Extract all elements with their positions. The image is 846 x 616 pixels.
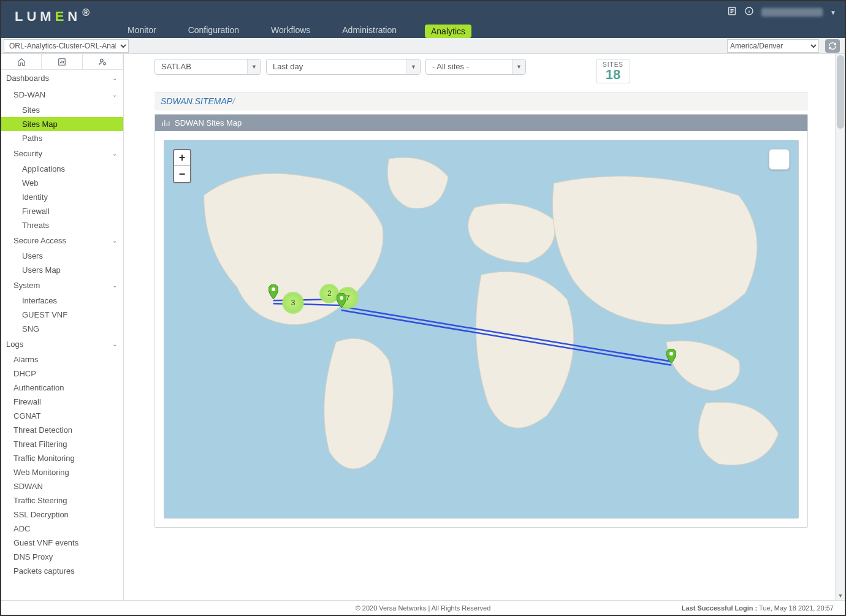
sidebar-item-label: System <box>13 281 40 290</box>
sidebar-tab-home[interactable] <box>1 54 42 69</box>
zoom-out-button[interactable]: − <box>174 166 190 182</box>
sidebar-item-adc[interactable]: ADC <box>1 522 123 536</box>
body: Dashboards ⌄ SD-WAN ⌄ Sites Sites Map Pa… <box>1 54 845 600</box>
user-menu-chevron[interactable]: ▼ <box>830 9 836 16</box>
sidebar-item-web[interactable]: Web <box>1 176 123 190</box>
sidebar-item-identity[interactable]: Identity <box>1 190 123 204</box>
map-pin-icon[interactable] <box>337 293 346 308</box>
logo-text-suffix: N <box>67 9 81 24</box>
chevron-down-icon: ⌄ <box>112 150 117 157</box>
world-map[interactable]: + − 327 <box>164 140 799 519</box>
sidebar-item-label: Security <box>13 149 42 158</box>
sidebar-item-dns-proxy[interactable]: DNS Proxy <box>1 550 123 564</box>
sidebar-sdwan[interactable]: SD-WAN ⌄ <box>1 86 123 103</box>
zoom-in-button[interactable]: + <box>174 150 190 166</box>
map-layers-button[interactable] <box>769 149 790 170</box>
scroll-thumb[interactable] <box>837 55 844 129</box>
info-icon[interactable] <box>744 6 754 18</box>
breadcrumb-root[interactable]: SDWAN <box>161 96 192 106</box>
sidebar-item-traffic-monitoring[interactable]: Traffic Monitoring <box>1 451 123 465</box>
sidebar-item-paths[interactable]: Paths <box>1 131 123 145</box>
main-content: SATLAB ▼ Last day ▼ - All sites - ▼ SITE… <box>124 54 845 600</box>
sidebar-item-users[interactable]: Users <box>1 249 123 263</box>
report-icon[interactable] <box>727 6 737 18</box>
sidebar-tab-user[interactable] <box>83 54 123 69</box>
filter-bar: SATLAB ▼ Last day ▼ - All sites - ▼ SITE… <box>124 54 833 86</box>
main-scrollbar[interactable]: ▲ ▼ <box>835 54 845 600</box>
refresh-button[interactable] <box>825 39 840 53</box>
sidebar-dashboards[interactable]: Dashboards ⌄ <box>1 70 123 86</box>
caret-down-icon[interactable]: ▼ <box>247 59 261 74</box>
sidebar-item-label: Dashboards <box>6 74 49 83</box>
sidebar-logs[interactable]: Logs ⌄ <box>1 336 123 352</box>
nav-analytics[interactable]: Analytics <box>425 25 471 38</box>
nav-configuration[interactable]: Configuration <box>185 22 243 38</box>
footer-copyright: © 2020 Versa Networks | All Rights Reser… <box>356 604 491 612</box>
chevron-down-icon: ⌄ <box>112 91 117 98</box>
last-login: Last Successful Login : Tue, May 18 2021… <box>682 604 834 612</box>
sidebar-item-applications[interactable]: Applications <box>1 162 123 176</box>
sidebar-item-cgnat[interactable]: CGNAT <box>1 409 123 423</box>
home-icon <box>17 58 26 66</box>
panel-title: SDWAN Sites Map <box>175 118 242 127</box>
breadcrumb-bar: SDWAN.SITEMAP/ <box>154 92 808 110</box>
timezone-select[interactable]: America/Denver <box>727 39 819 53</box>
sidebar-secure-access[interactable]: Secure Access ⌄ <box>1 232 123 249</box>
logo: LUMEN® <box>1 1 92 25</box>
time-range-select[interactable]: Last day ▼ <box>266 59 421 75</box>
sidebar: Dashboards ⌄ SD-WAN ⌄ Sites Sites Map Pa… <box>1 54 124 600</box>
last-login-label: Last Successful Login : <box>682 604 757 612</box>
scroll-down-arrow[interactable]: ▼ <box>836 591 845 600</box>
logo-trademark: ® <box>82 7 93 18</box>
site-filter-value: - All sites - <box>426 59 512 74</box>
nav-workflows[interactable]: Workflows <box>267 22 314 38</box>
sidebar-item-ssl-decryption[interactable]: SSL Decryption <box>1 508 123 522</box>
nav-monitor[interactable]: Monitor <box>124 22 160 38</box>
map-pin-icon[interactable] <box>269 284 278 299</box>
sidebar-item-sites-map[interactable]: Sites Map <box>1 117 123 131</box>
chevron-down-icon: ⌄ <box>112 341 117 348</box>
sidebar-item-guest-vnf-events[interactable]: Guest VNF events <box>1 536 123 550</box>
svg-point-10 <box>272 287 275 291</box>
svg-point-3 <box>101 59 104 62</box>
sidebar-security[interactable]: Security ⌄ <box>1 145 123 162</box>
sidebar-system[interactable]: System ⌄ <box>1 277 123 294</box>
time-range-value: Last day <box>267 59 406 74</box>
sidebar-item-authentication[interactable]: Authentication <box>1 381 123 395</box>
sidebar-item-log-sdwan[interactable]: SDWAN <box>1 479 123 493</box>
site-filter-select[interactable]: - All sites - ▼ <box>425 59 526 75</box>
breadcrumb-leaf[interactable]: SITEMAP <box>195 96 232 106</box>
bar-chart-icon <box>161 119 170 127</box>
tenant-select[interactable]: SATLAB ▼ <box>154 59 261 75</box>
sidebar-item-threat-filtering[interactable]: Threat Filtering <box>1 437 123 451</box>
sidebar-item-sites[interactable]: Sites <box>1 103 123 117</box>
sidebar-item-dhcp[interactable]: DHCP <box>1 367 123 381</box>
sidebar-item-packets-captures[interactable]: Packets captures <box>1 564 123 578</box>
logo-text-accent: E <box>55 9 68 24</box>
nav-administration[interactable]: Administration <box>338 22 400 38</box>
sidebar-item-log-firewall[interactable]: Firewall <box>1 395 123 409</box>
svg-point-11 <box>340 296 343 300</box>
main-header: LUMEN® Monitor Configuration Workflows A… <box>1 1 845 38</box>
sidebar-item-users-map[interactable]: Users Map <box>1 263 123 277</box>
refresh-icon <box>828 42 837 50</box>
sidebar-item-firewall[interactable]: Firewall <box>1 204 123 218</box>
panel-header: SDWAN Sites Map <box>155 115 807 131</box>
sidebar-item-threats[interactable]: Threats <box>1 218 123 232</box>
map-cluster[interactable]: 3 <box>282 292 304 314</box>
map-pin-icon[interactable] <box>666 349 676 363</box>
sidebar-item-alarms[interactable]: Alarms <box>1 352 123 367</box>
sidebar-item-interfaces[interactable]: Interfaces <box>1 294 123 308</box>
caret-down-icon[interactable]: ▼ <box>406 59 420 74</box>
sidebar-item-web-monitoring[interactable]: Web Monitoring <box>1 465 123 479</box>
sidebar-tab-chart[interactable] <box>42 54 82 69</box>
sidebar-item-threat-detection[interactable]: Threat Detection <box>1 423 123 437</box>
sidebar-item-traffic-steering[interactable]: Traffic Steering <box>1 493 123 508</box>
tenant-select-value: SATLAB <box>155 59 247 74</box>
caret-down-icon[interactable]: ▼ <box>512 59 525 74</box>
sidebar-item-guest-vnf[interactable]: GUEST VNF <box>1 308 123 322</box>
sidebar-item-sng[interactable]: SNG <box>1 322 123 336</box>
header-right: ▼ <box>727 6 836 18</box>
cluster-select[interactable]: ORL-Analytics-Cluster-ORL-AnalyticsDa <box>4 39 129 53</box>
footer: © 2020 Versa Networks | All Rights Reser… <box>1 600 845 615</box>
